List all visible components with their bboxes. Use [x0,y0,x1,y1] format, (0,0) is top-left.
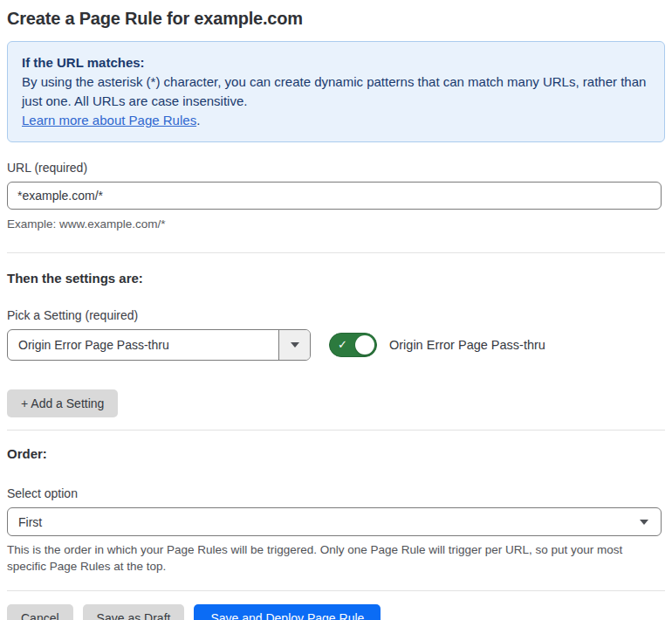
info-box-body: By using the asterisk (*) character, you… [22,72,650,111]
select-option-label: Select option [7,486,665,500]
check-icon: ✓ [338,339,347,350]
settings-section-heading: Then the settings are: [7,271,665,286]
footer-button-row: Cancel Save as Draft Save and Deploy Pag… [7,604,665,620]
origin-error-toggle-label: Origin Error Page Pass-thru [389,338,545,352]
save-as-draft-button[interactable]: Save as Draft [83,604,185,620]
pick-setting-label: Pick a Setting (required) [7,308,665,322]
page-title: Create a Page Rule for example.com [7,9,665,29]
order-section-heading: Order: [7,446,665,461]
order-select-value: First [18,515,42,529]
setting-controls-row: Origin Error Page Pass-thru ✓ Origin Err… [7,329,665,361]
divider [7,590,665,591]
order-select[interactable]: First [7,507,662,536]
url-match-info-box: If the URL matches: By using the asteris… [7,41,665,142]
caret-down-icon [640,520,648,525]
add-setting-button[interactable]: + Add a Setting [7,389,118,417]
url-example-helper: Example: www.example.com/* [7,216,665,232]
origin-error-toggle[interactable]: ✓ [329,333,377,357]
setting-dropdown-value: Origin Error Page Pass-thru [8,330,278,360]
caret-down-icon [291,342,299,348]
info-box-link-line: Learn more about Page Rules. [22,111,650,130]
toggle-knob [355,335,374,355]
url-input[interactable] [7,182,662,210]
url-label: URL (required) [7,161,665,175]
learn-more-link[interactable]: Learn more about Page Rules [22,113,196,127]
order-helper-text: This is the order in which your Page Rul… [7,541,665,575]
cancel-button[interactable]: Cancel [7,604,73,620]
create-page-rule-form: Create a Page Rule for example.com If th… [7,9,665,620]
divider [7,430,665,431]
info-box-heading: If the URL matches: [22,53,650,72]
divider [7,252,665,253]
save-and-deploy-button[interactable]: Save and Deploy Page Rule [194,604,381,620]
setting-dropdown[interactable]: Origin Error Page Pass-thru [7,329,311,361]
link-suffix: . [196,113,200,127]
setting-dropdown-arrow-button[interactable] [278,330,310,360]
